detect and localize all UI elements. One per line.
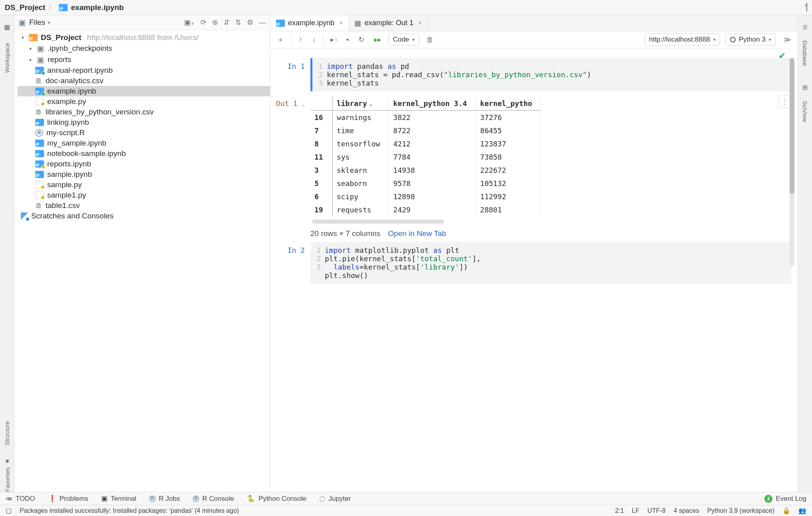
code-cell[interactable]: In 1 123 import pandas as pd kernel_stat…	[274, 58, 791, 91]
run-cell-button[interactable]: ▸I	[328, 34, 339, 45]
add-cell-button[interactable]: ＋	[274, 34, 286, 45]
code-content[interactable]: import matplotlib.pyplot as plt plt.pie(…	[325, 242, 791, 284]
celltype-selector[interactable]: Code▾	[388, 34, 419, 46]
tree-folder[interactable]: ▸ ▣ .ipynb_checkpoints	[18, 43, 270, 54]
breadcrumb-project[interactable]: DS_Project	[5, 3, 45, 12]
tree-item-label: linking.ipynb	[47, 118, 89, 127]
kernel-selector[interactable]: Python 3▾	[726, 34, 776, 46]
sciview-tab[interactable]: SciView	[802, 101, 808, 122]
problems-tool[interactable]: ❗ Problems	[48, 494, 88, 503]
collapse-all-button[interactable]: ⇅	[235, 18, 241, 27]
table-cell: 19	[310, 203, 332, 216]
tree-file[interactable]: sample1.py	[18, 190, 270, 200]
tree-file[interactable]: notebook-sample.ipynb	[18, 148, 270, 159]
tree-twisty-icon[interactable]: ▸	[28, 46, 34, 51]
tree-file[interactable]: Rmy-script.R	[18, 128, 270, 138]
tree-file[interactable]: 🗎doc-analytics.csv	[18, 76, 270, 86]
code-cell[interactable]: In 2 123 import matplotlib.pyplot as plt…	[274, 242, 791, 284]
line-separator[interactable]: LF	[632, 507, 640, 514]
table-row[interactable]: 8tensorflow4212123837	[310, 137, 541, 150]
event-log-tool[interactable]: 2 Event Log	[764, 495, 806, 503]
open-externally-button[interactable]	[806, 3, 807, 12]
tree-file[interactable]: 🗎table1.csv	[18, 200, 270, 211]
panel-mode-selector[interactable]: Files ▾	[29, 18, 50, 27]
run-all-button[interactable]: ▸▸	[372, 34, 384, 45]
table-header[interactable]: kernel_pytho	[476, 97, 541, 110]
tree-file[interactable]: example.py	[18, 96, 270, 107]
editor-tab[interactable]: example.ipynb ×	[270, 15, 349, 31]
ide-settings-icon[interactable]: 👥	[798, 507, 806, 514]
favorites-tab[interactable]: Favorites ★	[4, 458, 11, 492]
locate-button[interactable]: ⊕	[212, 18, 218, 27]
table-row[interactable]: 5seaborn9578105132	[310, 177, 541, 190]
table-row[interactable]: 11sys778473858	[310, 150, 541, 164]
rconsole-tool[interactable]: R R Console	[193, 495, 234, 503]
chevron-down-icon: ⌄	[302, 102, 305, 107]
tree-twisty-icon[interactable]: ▸	[28, 57, 34, 62]
table-row[interactable]: 3sklearn14938222672	[310, 164, 541, 177]
refresh-button[interactable]: ⟳	[200, 18, 206, 27]
output-kebab-button[interactable]: ⋮	[778, 95, 791, 108]
tree-file[interactable]: annual-report.ipynb	[18, 65, 270, 76]
tree-file[interactable]: 🗎libraries_by_python_version.csv	[18, 107, 270, 117]
more-toolbar-button[interactable]: ≫	[781, 34, 794, 45]
lock-icon[interactable]: 🔒	[782, 507, 790, 514]
project-panel: ▣ Files ▾ ▣₊ ⟳ ⊕ ⇵ ⇅ ⚙ — ▾ DS_Project ht	[14, 15, 270, 492]
structure-tab[interactable]: Structure	[4, 421, 10, 446]
tree-folder[interactable]: ▸ ▣ reports	[18, 54, 270, 65]
horizontal-scrollbar[interactable]	[312, 220, 444, 224]
python-console-tool[interactable]: 🐍 Python Console	[247, 494, 306, 503]
database-tab[interactable]: Database	[802, 40, 808, 66]
editor-tab[interactable]: ▦ example: Out 1 ×	[349, 15, 428, 31]
table-row[interactable]: 19requests242928801	[310, 203, 541, 216]
table-row[interactable]: 6scipy12898112992	[310, 190, 541, 203]
gear-icon[interactable]: ⚙	[247, 18, 253, 27]
table-header[interactable]: kernel_python 3.4	[389, 97, 476, 110]
new-folder-button[interactable]: ▣₊	[184, 18, 195, 27]
cell-out-prompt[interactable]: Out 1 ⌄	[274, 95, 310, 108]
terminal-tool[interactable]: ▣ Terminal	[101, 494, 136, 503]
notebook-body[interactable]: ✔ In 1 123 import pandas as pd kernel_st…	[270, 48, 798, 492]
expand-all-button[interactable]: ⇵	[224, 18, 230, 27]
breadcrumb-file[interactable]: example.ipynb	[71, 3, 124, 12]
close-tab-button[interactable]: ×	[418, 20, 422, 27]
tree-file[interactable]: linking.ipynb	[18, 117, 270, 128]
interpreter[interactable]: Python 3.9 (workspace)	[707, 507, 774, 514]
dataframe-table[interactable]: library▴ kernel_python 3.4 kernel_pytho …	[310, 97, 541, 216]
file-encoding[interactable]: UTF-8	[648, 507, 666, 514]
tree-scratches[interactable]: Scratches and Consoles	[18, 211, 270, 221]
table-cell: 5	[310, 177, 332, 190]
table-cell: sys	[332, 150, 389, 164]
stop-button[interactable]: ▪	[344, 35, 351, 45]
indent-setting[interactable]: 4 spaces	[674, 507, 699, 514]
table-row[interactable]: 16warnings382237276	[310, 110, 541, 124]
restart-kernel-button[interactable]: ↻	[356, 34, 367, 45]
rjobs-tool[interactable]: R R Jobs	[149, 495, 180, 503]
inspection-ok-icon: ✔	[778, 51, 786, 61]
server-selector[interactable]: http://localhost:8888▾	[645, 34, 720, 46]
tree-file[interactable]: my_sample.ipynb	[18, 138, 270, 148]
code-content[interactable]: import pandas as pd kernel_stats = pd.re…	[327, 58, 791, 91]
close-tab-button[interactable]: ×	[339, 20, 343, 27]
move-cell-up-button[interactable]: ↑	[296, 35, 305, 45]
tree-root[interactable]: ▾ DS_Project http://localhost:8888 from …	[18, 32, 270, 43]
tree-twisty-icon[interactable]: ▾	[20, 35, 26, 40]
tree-item-label: table1.csv	[46, 201, 80, 210]
todo-tool[interactable]: ≔ TODO	[6, 494, 35, 503]
tree-file[interactable]: reports.ipynb	[18, 159, 270, 169]
hide-panel-button[interactable]: —	[259, 18, 266, 27]
jupyter-tool[interactable]: ◌ Jupyter	[319, 494, 351, 503]
caret-position[interactable]: 2:1	[615, 507, 624, 514]
table-header[interactable]: library▴	[332, 97, 389, 110]
project-tree[interactable]: ▾ DS_Project http://localhost:8888 from …	[14, 30, 270, 492]
table-header[interactable]	[310, 97, 332, 110]
workspace-tab[interactable]: Workspace	[4, 43, 10, 73]
open-in-new-tab-link[interactable]: Open in New Tab	[388, 229, 446, 238]
delete-cell-button[interactable]: 🗑	[424, 35, 436, 45]
table-cell: 4212	[389, 137, 476, 150]
move-cell-down-button[interactable]: ↓	[310, 35, 318, 45]
tree-file[interactable]: example.ipynb	[18, 86, 270, 96]
tree-file[interactable]: sample.ipynb	[18, 169, 270, 180]
tree-file[interactable]: sample.py	[18, 180, 270, 190]
table-row[interactable]: 7time872286455	[310, 124, 541, 137]
